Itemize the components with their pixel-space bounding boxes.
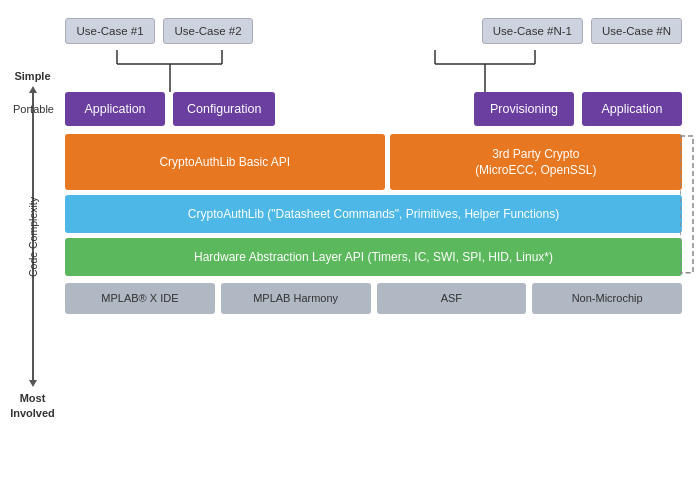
code-complexity-label: Code Complexity	[27, 197, 39, 277]
axis-line: Code Complexity	[32, 93, 34, 380]
bottom-row: MPLAB® X IDE MPLAB Harmony ASF Non-Micro…	[65, 283, 682, 313]
main-content: Use-Case #1 Use-Case #2 Use-Case #N-1 Us…	[65, 18, 682, 482]
right-app-group: Provisioning Application	[474, 92, 682, 126]
use-case-n1: Use-Case #N-1	[482, 18, 583, 44]
crypto-basic-api: CryptoAuthLib Basic API	[65, 134, 385, 190]
app-row: Application Configuration Provisioning A…	[65, 92, 682, 126]
use-case-2: Use-Case #2	[163, 18, 253, 44]
axis: Simple Code Complexity MostInvolved	[5, 70, 60, 420]
configuration-box: Configuration	[173, 92, 275, 126]
axis-arrow-up	[29, 86, 37, 93]
mplab-harmony: MPLAB Harmony	[221, 283, 371, 313]
most-involved-label: MostInvolved	[10, 391, 55, 420]
dashed-bracket	[680, 134, 696, 276]
use-case-n: Use-Case #N	[591, 18, 682, 44]
use-case-row: Use-Case #1 Use-Case #2 Use-Case #N-1 Us…	[65, 18, 682, 44]
connector-lines	[65, 50, 682, 92]
asf: ASF	[377, 283, 527, 313]
provisioning-box: Provisioning	[474, 92, 574, 126]
use-case-group-1: Use-Case #1 Use-Case #2	[65, 18, 253, 44]
left-app-group: Application Configuration	[65, 92, 275, 126]
application-box-right: Application	[582, 92, 682, 126]
portable-label: Portable	[13, 103, 54, 115]
simple-label: Simple	[14, 70, 50, 82]
hal: Hardware Abstraction Layer API (Timers, …	[65, 238, 682, 276]
diagram: Simple Code Complexity MostInvolved Use-…	[0, 0, 700, 500]
axis-arrow-down	[29, 380, 37, 387]
layers-area: CryptoAuthLib Basic API 3rd Party Crypto…	[65, 134, 682, 276]
non-microchip: Non-Microchip	[532, 283, 682, 313]
orange-row: CryptoAuthLib Basic API 3rd Party Crypto…	[65, 134, 682, 190]
use-case-1: Use-Case #1	[65, 18, 155, 44]
mplab-ide: MPLAB® X IDE	[65, 283, 215, 313]
third-party-crypto: 3rd Party Crypto(MicroECC, OpenSSL)	[390, 134, 682, 190]
crypto-full: CryptoAuthLib ("Datasheet Commands", Pri…	[65, 195, 682, 233]
application-box-left: Application	[65, 92, 165, 126]
use-case-group-2: Use-Case #N-1 Use-Case #N	[482, 18, 682, 44]
